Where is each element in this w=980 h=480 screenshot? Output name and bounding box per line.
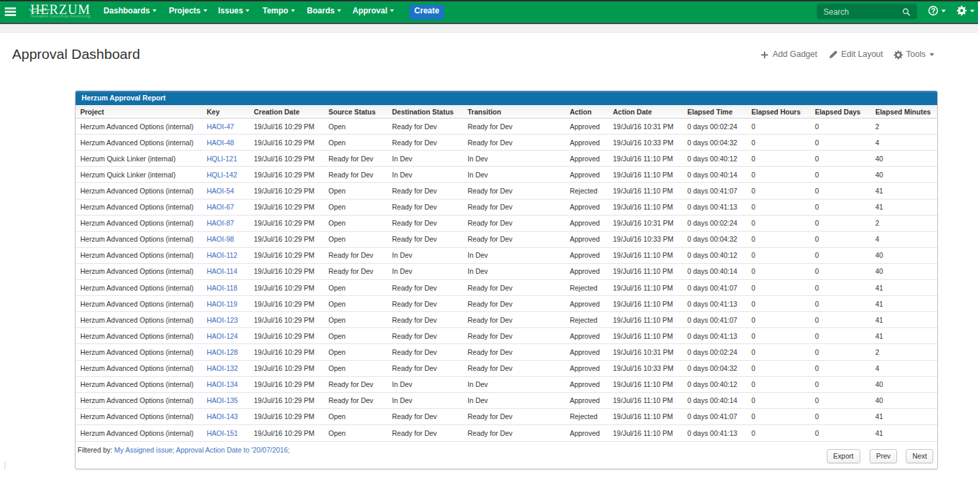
svg-text:?: ? xyxy=(931,7,936,15)
svg-text:Innovation Consulting Outsourc: Innovation Consulting Outsourcing xyxy=(30,15,90,18)
